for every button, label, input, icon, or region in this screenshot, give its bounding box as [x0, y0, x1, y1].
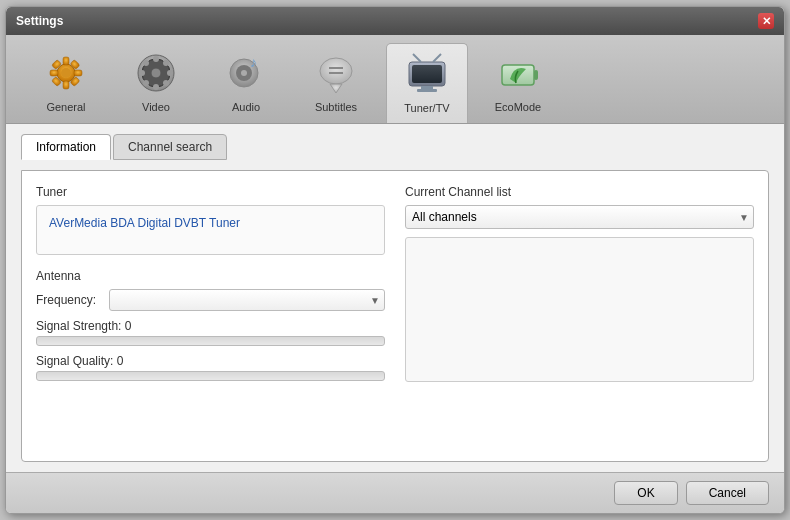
- frequency-dropdown-wrapper: ▼: [109, 289, 385, 311]
- tuner-box: AVerMedia BDA Digital DVBT Tuner: [36, 205, 385, 255]
- svg-point-24: [241, 70, 247, 76]
- nav-item-general[interactable]: General: [26, 43, 106, 123]
- tv-icon: [403, 50, 451, 98]
- svg-point-17: [167, 70, 173, 76]
- svg-point-26: [320, 58, 352, 84]
- audio-icon: ♪: [222, 49, 270, 97]
- tabs: Information Channel search: [21, 134, 769, 160]
- svg-rect-31: [412, 65, 442, 83]
- nav-label-general: General: [46, 101, 85, 113]
- svg-point-20: [143, 80, 149, 86]
- film-icon: [132, 49, 180, 97]
- ecomode-icon: [494, 49, 542, 97]
- svg-point-14: [153, 56, 159, 62]
- nav-label-ecomode: EcoMode: [495, 101, 541, 113]
- svg-line-35: [433, 54, 441, 62]
- svg-point-19: [163, 80, 169, 86]
- ok-button[interactable]: OK: [614, 481, 677, 505]
- svg-point-15: [153, 84, 159, 90]
- right-panel: Current Channel list All channels ▼: [405, 185, 754, 447]
- signal-strength-bar: [36, 336, 385, 346]
- current-channel-label: Current Channel list: [405, 185, 754, 199]
- signal-strength-label: Signal Strength: 0: [36, 319, 385, 333]
- svg-rect-4: [50, 70, 58, 76]
- channel-list-box: [405, 237, 754, 382]
- antenna-section: Antenna Frequency: ▼ Signal Strength: 0: [36, 269, 385, 381]
- tab-information[interactable]: Information: [21, 134, 111, 160]
- signal-quality-row: Signal Quality: 0: [36, 354, 385, 381]
- cancel-button[interactable]: Cancel: [686, 481, 769, 505]
- svg-text:♪: ♪: [250, 54, 257, 70]
- tab-content: Tuner AVerMedia BDA Digital DVBT Tuner A…: [21, 170, 769, 462]
- close-button[interactable]: ✕: [758, 13, 774, 29]
- frequency-label: Frequency:: [36, 293, 101, 307]
- gear-icon: [42, 49, 90, 97]
- svg-rect-5: [74, 70, 82, 76]
- nav-item-tuner-tv[interactable]: Tuner/TV: [386, 43, 468, 123]
- nav-label-audio: Audio: [232, 101, 260, 113]
- svg-marker-27: [330, 84, 342, 93]
- svg-point-13: [151, 68, 161, 78]
- window-title: Settings: [16, 14, 63, 28]
- signal-strength-row: Signal Strength: 0: [36, 319, 385, 346]
- footer: OK Cancel: [6, 472, 784, 513]
- signal-quality-bar: [36, 371, 385, 381]
- svg-rect-3: [63, 81, 69, 89]
- svg-point-10: [61, 68, 71, 78]
- frequency-row: Frequency: ▼: [36, 289, 385, 311]
- nav-item-video[interactable]: Video: [116, 43, 196, 123]
- tab-channel-search[interactable]: Channel search: [113, 134, 227, 160]
- settings-window: Settings ✕: [5, 6, 785, 514]
- nav-label-video: Video: [142, 101, 170, 113]
- title-bar: Settings ✕: [6, 7, 784, 35]
- left-panel: Tuner AVerMedia BDA Digital DVBT Tuner A…: [36, 185, 385, 447]
- tuner-name: AVerMedia BDA Digital DVBT Tuner: [49, 216, 240, 230]
- subtitles-icon: [312, 49, 360, 97]
- channel-dropdown-wrapper: All channels ▼: [405, 205, 754, 229]
- content-area: Information Channel search Tuner AVerMed…: [6, 124, 784, 472]
- nav-bar: General: [6, 35, 784, 124]
- svg-point-16: [139, 70, 145, 76]
- channel-list-dropdown[interactable]: All channels: [405, 205, 754, 229]
- antenna-section-label: Antenna: [36, 269, 385, 283]
- nav-item-subtitles[interactable]: Subtitles: [296, 43, 376, 123]
- svg-line-34: [413, 54, 421, 62]
- svg-rect-37: [534, 70, 538, 80]
- svg-point-18: [143, 60, 149, 66]
- tuner-section-label: Tuner: [36, 185, 385, 199]
- nav-item-ecomode[interactable]: EcoMode: [478, 43, 558, 123]
- nav-label-tuner-tv: Tuner/TV: [404, 102, 449, 114]
- signal-quality-label: Signal Quality: 0: [36, 354, 385, 368]
- nav-label-subtitles: Subtitles: [315, 101, 357, 113]
- svg-rect-33: [417, 89, 437, 92]
- frequency-dropdown[interactable]: [109, 289, 385, 311]
- nav-item-audio[interactable]: ♪ Audio: [206, 43, 286, 123]
- svg-rect-2: [63, 57, 69, 65]
- svg-point-21: [163, 60, 169, 66]
